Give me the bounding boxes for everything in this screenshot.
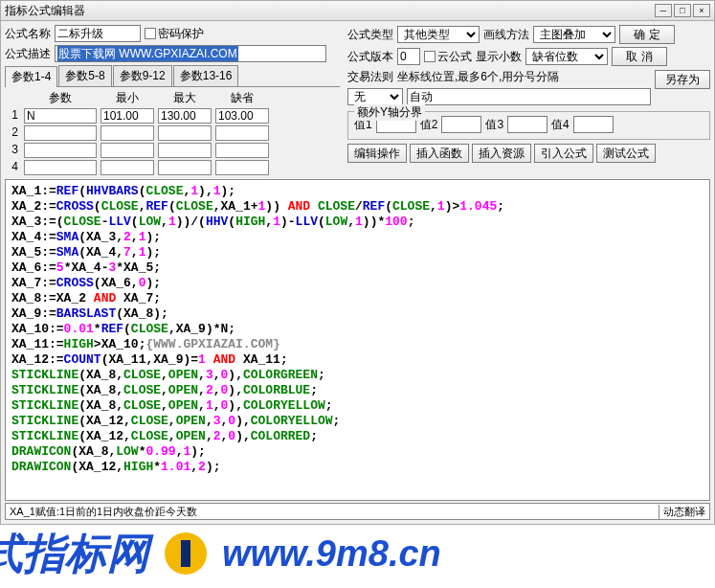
banner-text-2: www.9m8.cn (222, 533, 441, 575)
cancel-button[interactable]: 取 消 (612, 47, 667, 66)
type-select[interactable]: 其他类型 (397, 26, 480, 43)
watermark-banner: 式指标网 www.9m8.cn (0, 525, 715, 582)
param-min-1[interactable] (101, 108, 154, 124)
coord-input[interactable] (407, 88, 651, 105)
param-header-min: 最小 (101, 90, 154, 106)
banner-logo-icon (165, 532, 207, 575)
insert-func-button[interactable]: 插入函数 (410, 144, 469, 163)
type-label: 公式类型 (347, 27, 393, 43)
param-tabs: 参数1-4 参数5-8 参数9-12 参数13-16 (5, 65, 340, 87)
param-name-4[interactable] (24, 160, 97, 175)
desc-input[interactable]: 股票下载网 WWW.GPXIAZAI.COM (55, 45, 326, 62)
code-editor[interactable]: XA_1:=REF(HHVBARS(CLOSE,1),1);XA_2:=CROS… (5, 179, 710, 501)
version-label: 公式版本 (347, 49, 393, 65)
minimize-button[interactable]: ─ (655, 4, 672, 17)
cloud-checkbox[interactable]: 云公式 (424, 49, 472, 65)
tab-params-13-16[interactable]: 参数13-16 (173, 65, 239, 86)
coord-hint-label: 坐标线位置,最多6个,用分号分隔 (397, 69, 651, 85)
close-button[interactable]: × (693, 4, 710, 17)
extra-y-group: 额外Y轴分界 值1 值2 值3 值4 (347, 111, 710, 140)
status-bar: XA_1赋值:1日前的1日内收盘价距今天数 动态翻译 (5, 503, 710, 520)
edit-ops-button[interactable]: 编辑操作 (347, 144, 407, 163)
name-label: 公式名称 (5, 26, 51, 42)
param-header-def: 缺省 (215, 90, 269, 106)
main-panel: 公式名称 密码保护 公式描述 股票下载网 WWW.GPXIAZAI.COM 参数… (0, 21, 715, 525)
param-header-max: 最大 (158, 90, 212, 106)
param-name-2[interactable] (24, 125, 97, 141)
insert-res-button[interactable]: 插入资源 (472, 144, 531, 163)
import-formula-button[interactable]: 引入公式 (534, 144, 593, 163)
traderule-select[interactable]: 无 (347, 88, 403, 105)
y3-input[interactable] (507, 116, 547, 133)
param-def-1[interactable] (215, 108, 269, 124)
param-name-3[interactable] (24, 143, 97, 158)
maximize-button[interactable]: □ (674, 4, 691, 17)
decimals-label: 显示小数 (476, 49, 522, 65)
name-input[interactable] (55, 25, 141, 42)
desc-label: 公式描述 (5, 46, 51, 62)
status-right: 动态翻译 (659, 505, 709, 519)
param-grid: 参数 最小 最大 缺省 1 2 3 4 (5, 90, 340, 175)
extra-y-legend: 额外Y轴分界 (354, 104, 425, 121)
pwd-checkbox[interactable]: 密码保护 (145, 26, 204, 42)
window-title: 指标公式编辑器 (5, 3, 653, 19)
param-max-1[interactable] (158, 108, 212, 124)
param-header-name: 参数 (24, 90, 97, 106)
decimals-select[interactable]: 缺省位数 (525, 48, 608, 65)
tab-params-9-12[interactable]: 参数9-12 (113, 65, 172, 86)
ok-button[interactable]: 确 定 (619, 25, 675, 44)
saveas-button[interactable]: 另存为 (655, 70, 710, 89)
banner-text-1: 式指标网 (0, 526, 149, 582)
tab-params-1-4[interactable]: 参数1-4 (5, 66, 57, 87)
version-input[interactable] (397, 48, 420, 65)
drawmethod-select[interactable]: 主图叠加 (533, 26, 615, 43)
test-formula-button[interactable]: 测试公式 (596, 144, 656, 163)
param-name-1[interactable] (24, 108, 97, 124)
drawmethod-label: 画线方法 (483, 27, 529, 43)
tab-params-5-8[interactable]: 参数5-8 (58, 65, 111, 86)
titlebar: 指标公式编辑器 ─ □ × (0, 0, 715, 21)
y4-input[interactable] (573, 116, 614, 133)
traderule-label: 交易法则 (347, 69, 393, 85)
y2-input[interactable] (441, 116, 481, 133)
status-left: XA_1赋值:1日前的1日内收盘价距今天数 (6, 505, 659, 519)
